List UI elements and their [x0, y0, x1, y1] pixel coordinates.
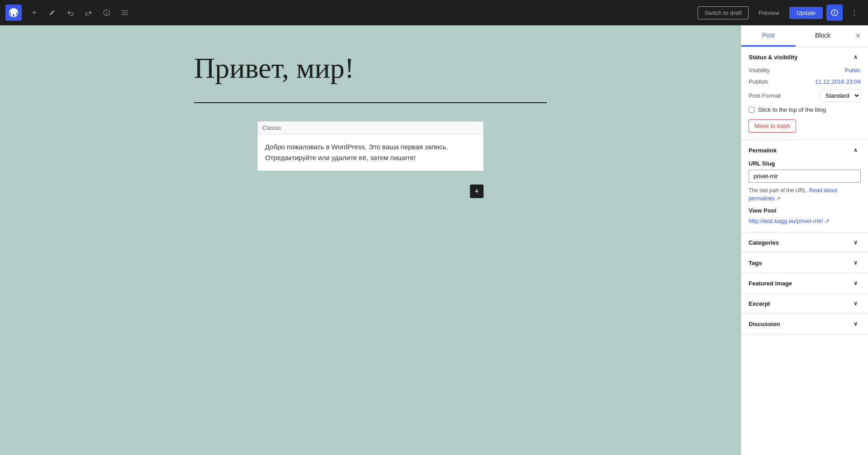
categories-title: Categories	[749, 239, 779, 246]
sidebar: Post Block × Status & visibility Visibil…	[741, 25, 868, 455]
excerpt-title: Excerpt	[749, 300, 770, 307]
post-format-select[interactable]: Standard Aside Chat Gallery Link Image Q…	[820, 90, 861, 102]
classic-block-toolbar-label: Classic	[258, 122, 483, 134]
permalink-content: URL Slug The last part of the URL. Read …	[741, 160, 868, 232]
permalink-hint: The last part of the URL. Read about per…	[749, 186, 861, 203]
post-format-label: Post Format	[749, 92, 781, 99]
tags-chevron	[854, 259, 861, 266]
editor-area: Привет, мир! Classic Добро пожаловать в …	[0, 25, 741, 455]
tags-header[interactable]: Tags	[741, 253, 868, 273]
categories-chevron	[854, 239, 861, 246]
post-format-row: Post Format Standard Aside Chat Gallery …	[749, 90, 861, 102]
list-view-button[interactable]	[117, 5, 133, 21]
editor-content: Привет, мир! Classic Добро пожаловать в …	[167, 52, 574, 198]
view-post-label: View Post	[749, 207, 861, 214]
url-slug-label: URL Slug	[749, 160, 861, 167]
tab-post[interactable]: Post	[741, 25, 796, 47]
status-visibility-title: Status & visibility	[749, 54, 797, 61]
categories-section: Categories	[741, 232, 868, 253]
featured-image-header[interactable]: Featured image	[741, 273, 868, 293]
edit-button[interactable]	[44, 5, 61, 21]
featured-image-title: Featured image	[749, 280, 792, 287]
main-layout: Привет, мир! Classic Добро пожаловать в …	[0, 0, 868, 455]
title-divider	[194, 102, 547, 103]
toolbar: Switch to draft Preview Update	[0, 0, 868, 25]
visibility-label: Visibility	[749, 67, 770, 74]
excerpt-section: Excerpt	[741, 294, 868, 314]
status-visibility-content: Visibility Public Publish 11.12.2016 23:…	[741, 67, 868, 140]
permalink-chevron	[854, 147, 861, 154]
permalink-title: Permalink	[749, 147, 777, 154]
categories-header[interactable]: Categories	[741, 232, 868, 252]
url-slug-input[interactable]	[749, 170, 861, 183]
view-post-link[interactable]: http://test.kagg.eu/privet-mir/ ↗	[749, 218, 830, 224]
tags-section: Tags	[741, 253, 868, 273]
preview-button[interactable]: Preview	[752, 7, 786, 19]
classic-block[interactable]: Classic Добро пожаловать в WordPress. Эт…	[257, 121, 484, 171]
update-button[interactable]: Update	[789, 7, 823, 19]
stick-to-top-checkbox[interactable]	[749, 107, 754, 113]
svg-point-1	[854, 10, 855, 11]
permalink-hint-text: The last part of the URL.	[749, 187, 809, 194]
discussion-title: Discussion	[749, 321, 780, 327]
discussion-header[interactable]: Discussion	[741, 314, 868, 334]
sidebar-header: Post Block ×	[741, 25, 868, 47]
stick-to-top-row: Stick to the top of the blog	[749, 106, 861, 113]
visibility-row: Visibility Public	[749, 67, 861, 74]
stick-to-top-label: Stick to the top of the blog	[758, 106, 826, 113]
excerpt-chevron	[854, 300, 861, 307]
switch-to-draft-button[interactable]: Switch to draft	[697, 6, 748, 19]
settings-button[interactable]	[826, 5, 843, 21]
discussion-section: Discussion	[741, 314, 868, 334]
publish-date[interactable]: 11.12.2016 23:04	[815, 78, 861, 85]
featured-image-section: Featured image	[741, 273, 868, 294]
status-visibility-chevron	[854, 53, 861, 61]
sidebar-close-button[interactable]: ×	[850, 28, 866, 44]
post-title[interactable]: Привет, мир!	[194, 52, 547, 84]
publish-row: Publish 11.12.2016 23:04	[749, 78, 861, 85]
status-visibility-section: Status & visibility Visibility Public Pu…	[741, 47, 868, 140]
redo-button[interactable]	[81, 5, 97, 21]
options-button[interactable]	[846, 5, 863, 21]
add-block-toolbar-button[interactable]	[26, 5, 43, 21]
featured-image-chevron	[854, 280, 861, 287]
svg-point-3	[854, 14, 855, 15]
visibility-value[interactable]: Public	[845, 67, 861, 74]
publish-label: Publish	[749, 78, 768, 85]
wp-logo[interactable]	[5, 5, 22, 21]
move-to-trash-button[interactable]: Move to trash	[749, 119, 796, 133]
discussion-chevron	[854, 320, 861, 327]
status-visibility-header[interactable]: Status & visibility	[741, 47, 868, 67]
undo-button[interactable]	[62, 5, 79, 21]
info-button[interactable]	[99, 5, 115, 21]
tab-block[interactable]: Block	[796, 25, 850, 47]
add-block-button[interactable]: +	[470, 185, 484, 198]
tags-title: Tags	[749, 260, 762, 266]
permalink-section: Permalink URL Slug The last part of the …	[741, 140, 868, 232]
excerpt-header[interactable]: Excerpt	[741, 294, 868, 313]
svg-point-2	[854, 12, 855, 13]
paragraph-line1: Добро пожаловать в WordPress. Это ваша п…	[265, 142, 476, 152]
permalink-header[interactable]: Permalink	[741, 140, 868, 160]
classic-block-content[interactable]: Добро пожаловать в WordPress. Это ваша п…	[258, 134, 483, 171]
add-block-container: +	[257, 180, 484, 198]
paragraph-line2: Отредактируйте или удалите её, затем пиш…	[265, 152, 476, 163]
